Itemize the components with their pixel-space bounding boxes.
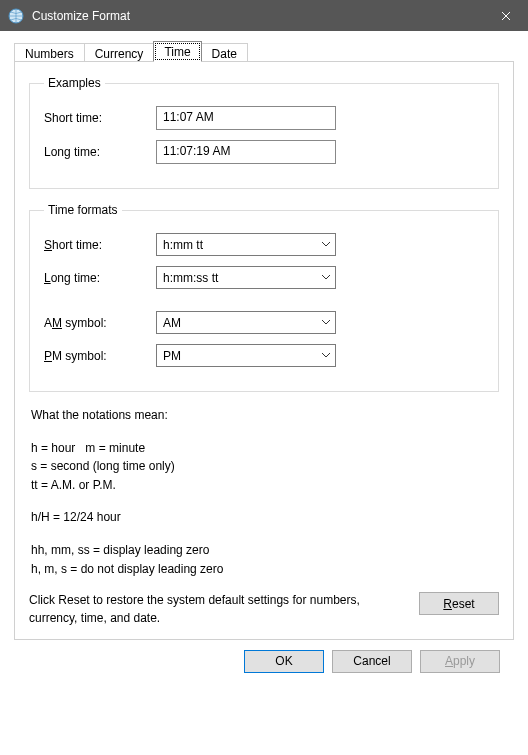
app-icon bbox=[8, 8, 24, 24]
long-time-example-label: Long time: bbox=[44, 145, 156, 159]
notations-line1: h = hour m = minute bbox=[31, 439, 497, 458]
notations-line3: tt = A.M. or P.M. bbox=[31, 476, 497, 495]
notations-heading: What the notations mean: bbox=[31, 406, 497, 425]
reset-button[interactable]: Reset bbox=[419, 592, 499, 615]
chevron-down-icon bbox=[317, 275, 335, 280]
am-symbol-combo[interactable]: AM bbox=[156, 311, 336, 334]
examples-legend: Examples bbox=[44, 76, 105, 90]
short-time-format-value: h:mm tt bbox=[157, 238, 317, 252]
formats-legend: Time formats bbox=[44, 203, 122, 217]
chevron-down-icon bbox=[317, 353, 335, 358]
notations-line5: hh, mm, ss = display leading zero bbox=[31, 541, 497, 560]
short-time-example-label: Short time: bbox=[44, 111, 156, 125]
pm-symbol-label: PM symbol: bbox=[44, 349, 156, 363]
tab-currency[interactable]: Currency bbox=[84, 43, 155, 63]
short-time-format-combo[interactable]: h:mm tt bbox=[156, 233, 336, 256]
examples-group: Examples Short time: 11:07 AM Long time:… bbox=[29, 76, 499, 189]
dialog-buttons: OK Cancel Apply bbox=[14, 640, 514, 673]
pm-symbol-combo[interactable]: PM bbox=[156, 344, 336, 367]
short-time-example-value: 11:07 AM bbox=[156, 106, 336, 130]
long-time-example-value: 11:07:19 AM bbox=[156, 140, 336, 164]
ok-button[interactable]: OK bbox=[244, 650, 324, 673]
short-time-format-label: Short time: bbox=[44, 238, 156, 252]
chevron-down-icon bbox=[317, 242, 335, 247]
tab-strip: Numbers Currency Time Date bbox=[14, 41, 514, 62]
cancel-button[interactable]: Cancel bbox=[332, 650, 412, 673]
long-time-format-value: h:mm:ss tt bbox=[157, 271, 317, 285]
titlebar: Customize Format bbox=[0, 0, 528, 31]
tab-time[interactable]: Time bbox=[153, 41, 201, 62]
long-time-format-combo[interactable]: h:mm:ss tt bbox=[156, 266, 336, 289]
tab-numbers[interactable]: Numbers bbox=[14, 43, 85, 63]
pm-symbol-value: PM bbox=[157, 349, 317, 363]
notations-line4: h/H = 12/24 hour bbox=[31, 508, 497, 527]
notations-line2: s = second (long time only) bbox=[31, 457, 497, 476]
notations-block: What the notations mean: h = hour m = mi… bbox=[31, 406, 497, 578]
tab-date[interactable]: Date bbox=[201, 43, 248, 63]
chevron-down-icon bbox=[317, 320, 335, 325]
window-title: Customize Format bbox=[32, 9, 483, 23]
long-time-format-label: Long time: bbox=[44, 271, 156, 285]
reset-description: Click Reset to restore the system defaul… bbox=[29, 592, 407, 627]
notations-line6: h, m, s = do not display leading zero bbox=[31, 560, 497, 579]
tab-panel-time: Examples Short time: 11:07 AM Long time:… bbox=[14, 61, 514, 640]
am-symbol-label: AM symbol: bbox=[44, 316, 156, 330]
close-button[interactable] bbox=[483, 0, 528, 31]
am-symbol-value: AM bbox=[157, 316, 317, 330]
formats-group: Time formats Short time: h:mm tt Long ti… bbox=[29, 203, 499, 392]
apply-button[interactable]: Apply bbox=[420, 650, 500, 673]
